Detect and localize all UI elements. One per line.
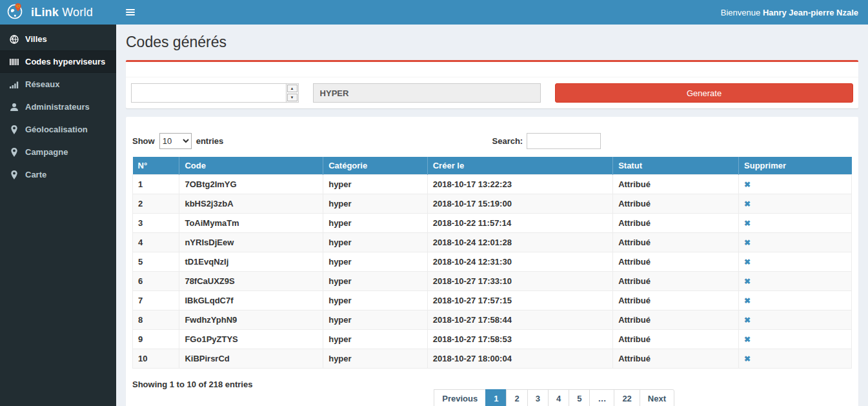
sidebar-item-geolocalisation[interactable]: Géolocalisation [0, 118, 116, 141]
sidebar-item-villes[interactable]: Villes [0, 28, 116, 50]
cell-supprimer [739, 214, 852, 233]
show-label: Show [132, 136, 155, 146]
cell-supprimer [739, 175, 852, 194]
welcome-prefix: Bienvenue [721, 8, 760, 17]
delete-icon[interactable] [744, 276, 751, 286]
cell-creer-le: 2018-10-27 18:00:04 [427, 349, 612, 369]
cell-statut: Attribué [613, 330, 739, 349]
barcode-icon [10, 57, 19, 66]
brand-logo[interactable]: $ iLink World [0, 0, 116, 25]
sidebar-item-administrateurs[interactable]: Administrateurs [0, 96, 116, 118]
user-name[interactable]: Hanry Jean-pierre Nzale [763, 8, 858, 17]
search-label: Search: [492, 136, 523, 146]
delete-icon[interactable] [744, 238, 751, 247]
column-header-statut[interactable]: Statut [613, 157, 739, 175]
cell-code: IBkGLqdC7f [179, 291, 323, 310]
column-header-categorie[interactable]: Catégorie [323, 157, 428, 175]
code-count-field: ▲ ▼ [131, 83, 299, 103]
cell-categorie: hyper [323, 194, 428, 214]
table-header: N° Code Catégorie Créer le Statut Suppri… [133, 157, 852, 175]
cell-code: FGo1PyZTYS [179, 330, 323, 349]
cell-numero: 8 [133, 310, 179, 330]
cell-statut: Attribué [613, 310, 739, 330]
sidebar-item-label: Campagne [25, 147, 68, 157]
cell-code: FwdhzYphN9 [179, 310, 323, 330]
delete-icon[interactable] [744, 315, 751, 325]
delete-icon[interactable] [744, 218, 751, 228]
cell-statut: Attribué [613, 233, 739, 252]
cell-supprimer [739, 233, 852, 252]
table-row: 3 ToAiMymaTm hyper 2018-10-22 11:57:14 A… [133, 214, 852, 233]
pagination-item[interactable]: 3 [528, 389, 549, 406]
cell-numero: 4 [133, 233, 179, 252]
cell-statut: Attribué [613, 291, 739, 310]
codes-table-box: Show 10 entries Search: N° Code Catégori… [126, 117, 858, 406]
sidebar-item-label: Villes [25, 34, 47, 44]
column-header-code[interactable]: Code [179, 157, 323, 175]
delete-icon[interactable] [744, 296, 751, 305]
pagination-item[interactable]: … [590, 389, 614, 406]
cell-categorie: hyper [323, 233, 428, 252]
cell-creer-le: 2018-10-27 17:57:15 [427, 291, 612, 310]
pagination-item[interactable]: Previous [434, 389, 486, 406]
pagination-item[interactable]: 2 [507, 389, 527, 406]
sidebar-item-reseaux[interactable]: Réseaux [0, 73, 116, 96]
delete-icon[interactable] [744, 257, 751, 267]
table-body: 1 7OBtg2ImYG hyper 2018-10-17 13:22:23 A… [133, 175, 852, 369]
brand-regular: World [62, 6, 93, 19]
cell-creer-le: 2018-10-27 17:58:44 [427, 310, 612, 330]
main-content: Codes générés ▲ ▼ Generate Show 10 entri… [116, 25, 868, 406]
column-header-creer-le[interactable]: Créer le [427, 157, 612, 175]
pagination-item[interactable]: 22 [614, 389, 640, 406]
pagination: Previous 1 2 3 4 5 … 22 [434, 389, 674, 406]
delete-icon[interactable] [744, 179, 751, 189]
generate-button[interactable]: Generate [555, 83, 853, 103]
hamburger-menu-icon[interactable] [126, 9, 135, 15]
cell-statut: Attribué [613, 252, 739, 272]
delete-icon[interactable] [744, 354, 751, 363]
delete-icon[interactable] [744, 199, 751, 208]
pagination-item[interactable]: 5 [569, 389, 590, 406]
cell-categorie: hyper [323, 252, 428, 272]
table-row: 2 kbHS2j3zbA hyper 2018-10-17 15:19:00 A… [133, 194, 852, 214]
top-navbar: Bienvenue Hanry Jean-pierre Nzale [116, 0, 868, 25]
cell-numero: 7 [133, 291, 179, 310]
cell-supprimer [739, 349, 852, 369]
cell-supprimer [739, 272, 852, 291]
delete-icon[interactable] [744, 334, 751, 344]
map-marker-icon [10, 125, 19, 134]
sidebar-item-codes-hyperviseurs[interactable]: Codes hyperviseurs [0, 50, 116, 73]
cell-supprimer [739, 310, 852, 330]
number-spinner: ▲ ▼ [286, 84, 298, 102]
cell-categorie: hyper [323, 272, 428, 291]
sidebar-item-carte[interactable]: Carte [0, 163, 116, 186]
sidebar-menu: Villes Codes hyperviseurs Réseaux Admini… [0, 28, 116, 186]
category-field[interactable] [313, 83, 541, 103]
sidebar-item-label: Codes hyperviseurs [25, 57, 105, 66]
cell-categorie: hyper [323, 349, 428, 369]
generator-box-header [126, 62, 858, 77]
sidebar-item-label: Carte [25, 170, 46, 179]
column-header-supprimer[interactable]: Supprimer [739, 157, 852, 175]
cell-creer-le: 2018-10-22 11:57:14 [427, 214, 612, 233]
page-size-select[interactable]: 10 [159, 133, 192, 149]
generator-form: ▲ ▼ Generate [126, 77, 858, 108]
pagination-item[interactable]: 4 [549, 389, 569, 406]
table-row: 5 tD1EvqNzIj hyper 2018-10-24 12:31:30 A… [133, 252, 852, 272]
cell-creer-le: 2018-10-17 13:22:23 [427, 175, 612, 194]
pagination-item[interactable]: 1 [486, 389, 507, 406]
code-generator-box: ▲ ▼ Generate [126, 60, 858, 108]
map-marker-icon [10, 170, 19, 179]
spinner-down-icon[interactable]: ▼ [287, 94, 298, 101]
globe-pin-logo-icon: $ [6, 2, 25, 23]
cell-code: kbHS2j3zbA [179, 194, 323, 214]
search-input[interactable] [527, 133, 601, 149]
spinner-up-icon[interactable]: ▲ [287, 85, 298, 92]
pagination-item[interactable]: Next [640, 389, 674, 406]
code-count-input[interactable] [132, 84, 286, 102]
sidebar-item-campagne[interactable]: Campagne [0, 141, 116, 163]
cell-statut: Attribué [613, 214, 739, 233]
column-header-numero[interactable]: N° [133, 157, 179, 175]
brand-title: iLink World [31, 6, 93, 19]
cell-code: nYRIsDjEew [179, 233, 323, 252]
